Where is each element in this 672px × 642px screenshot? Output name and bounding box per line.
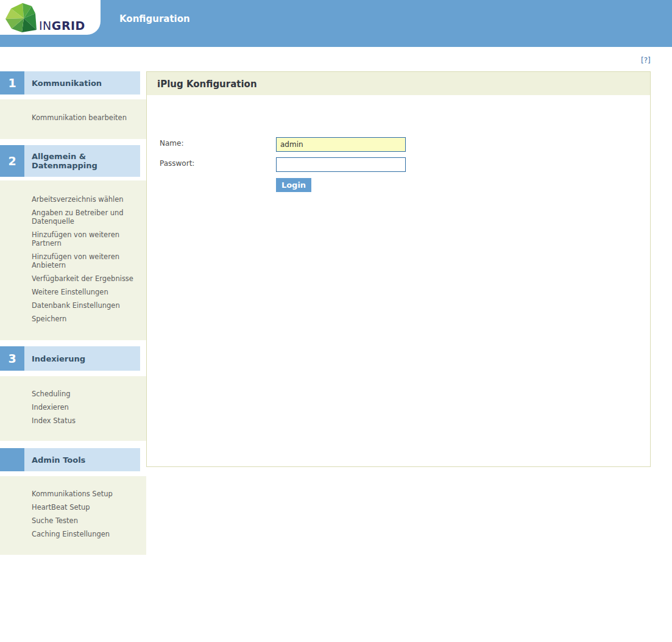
password-input[interactable] (276, 157, 406, 172)
sidebar-item-heartbeat-setup[interactable]: HeartBeat Setup (32, 503, 143, 512)
sidebar-item-index-status[interactable]: Index Status (32, 416, 143, 425)
app-title: Konfiguration (119, 13, 190, 24)
sidebar-section-header-kommunikation: 1 Kommunikation (0, 71, 140, 95)
sidebar-item-suche-testen[interactable]: Suche Testen (32, 516, 143, 525)
ingrid-gem-icon (4, 2, 38, 34)
sidebar-panel-admin-tools: Kommunikations Setup HeartBeat Setup Suc… (0, 476, 146, 555)
sidebar-item-hinzufuegen-anbietern[interactable]: Hinzufügen von weiteren Anbietern (32, 252, 143, 269)
name-label: Name: (160, 139, 183, 148)
sidebar-panel-kommunikation: Kommunikation bearbeiten (0, 99, 146, 139)
sidebar-item-caching-einstellungen[interactable]: Caching Einstellungen (32, 530, 143, 538)
brand-grid: GRID (52, 19, 85, 32)
content-panel: iPlug Konfiguration Name: Passwort: Logi… (146, 71, 651, 467)
sidebar-panel-indexierung: Scheduling Indexieren Index Status (0, 376, 146, 441)
section-label-allgemein-datenmapping: Allgemein & Datenmapping (24, 145, 140, 177)
sidebar-item-datenbank-einstellungen[interactable]: Datenbank Einstellungen (32, 301, 143, 310)
sidebar-section-header-admin-tools: Admin Tools (0, 448, 140, 471)
sidebar-item-scheduling[interactable]: Scheduling (32, 390, 143, 398)
sidebar-section-header-allgemein-datenmapping: 2 Allgemein & Datenmapping (0, 145, 140, 177)
sidebar-panel-allgemein-datenmapping: Arbeitsverzeichnis wählen Angaben zu Bet… (0, 180, 146, 340)
section-label-kommunikation: Kommunikation (24, 71, 140, 95)
ingrid-logo[interactable]: INGRID (0, 0, 101, 35)
sidebar-item-weitere-einstellungen[interactable]: Weitere Einstellungen (32, 288, 143, 296)
brand-wordmark: INGRID (39, 19, 85, 32)
login-button[interactable]: Login (276, 178, 311, 192)
section-number-2: 2 (0, 145, 24, 177)
password-label: Passwort: (160, 159, 194, 168)
help-link[interactable]: [?] (641, 56, 651, 65)
sidebar-item-arbeitsverzeichnis-waehlen[interactable]: Arbeitsverzeichnis wählen (32, 195, 143, 204)
sidebar-item-hinzufuegen-partnern[interactable]: Hinzufügen von weiteren Partnern (32, 230, 143, 248)
sidebar-item-angaben-betreiber-datenquelle[interactable]: Angaben zu Betreiber und Datenquelle (32, 209, 143, 226)
section-number-1: 1 (0, 71, 24, 95)
section-label-admin-tools: Admin Tools (24, 448, 140, 471)
page-title: iPlug Konfiguration (147, 72, 650, 90)
sidebar-item-speichern[interactable]: Speichern (32, 315, 143, 323)
section-number-admin (0, 448, 24, 471)
sidebar-item-indexieren[interactable]: Indexieren (32, 403, 143, 412)
name-input[interactable] (276, 137, 406, 152)
screen: Konfiguration INGRID [?] 1 Kommunikation… (0, 0, 672, 642)
sidebar-item-kommunikation-bearbeiten[interactable]: Kommunikation bearbeiten (32, 113, 143, 122)
brand-in: IN (39, 19, 52, 32)
section-number-3: 3 (0, 346, 24, 371)
sidebar-section-header-indexierung: 3 Indexierung (0, 346, 140, 371)
header-bar: Konfiguration (0, 0, 672, 47)
sidebar-item-kommunikations-setup[interactable]: Kommunikations Setup (32, 490, 143, 498)
content-header: iPlug Konfiguration (147, 72, 650, 95)
section-label-indexierung: Indexierung (24, 346, 140, 371)
sidebar-item-verfuegbarkeit-ergebnisse[interactable]: Verfügbarkeit der Ergebnisse (32, 274, 143, 283)
